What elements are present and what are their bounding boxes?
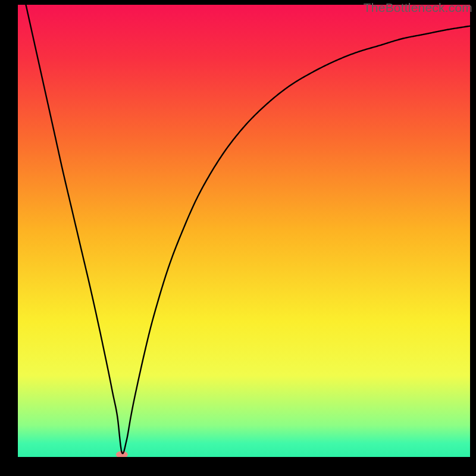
chart-plot-area bbox=[18, 5, 470, 457]
chart-container: TheBottleneck.com bbox=[0, 0, 476, 476]
chart-canvas bbox=[18, 5, 470, 457]
watermark-text: TheBottleneck.com bbox=[364, 1, 472, 15]
